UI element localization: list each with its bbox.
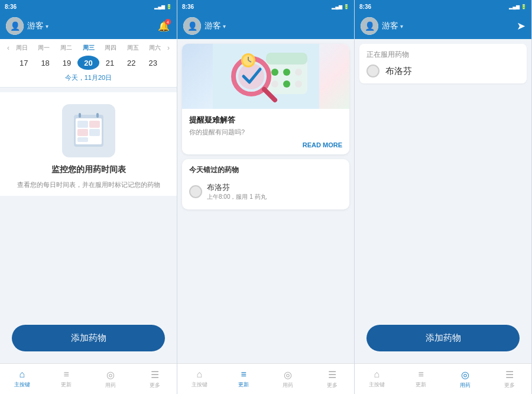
nav-home-1[interactable]: ⌂ 主按键 [0,367,44,391]
status-time-1: 8:36 [5,4,17,10]
current-med-item-0: 布洛芬 [366,64,520,77]
nav-meds-2[interactable]: ◎ 用药 [266,367,310,392]
avatar-1: 👤 [6,17,24,35]
header-user-1[interactable]: 游客 ▾ [27,21,48,31]
missed-med-item-0: 布洛芬 上午8:00，服用 1 药丸 [189,180,342,204]
svg-rect-7 [79,113,81,118]
main-illustration: 监控您的用药时间表 查看您的每日时间表，并在服用时标记记您的药物 [0,92,177,196]
nav-meds-1[interactable]: ◎ 用药 [89,367,133,392]
panel-3: 8:36 ▂▄▆ 🔋 👤 游客 ▾ ➤ 正在服用药物 布洛芬 添加药物 [355,0,532,394]
more-icon-3: ☰ [505,369,514,380]
week-num-1[interactable]: 18 [34,57,56,69]
send-icon-3[interactable]: ➤ [517,20,525,33]
status-icons-1: ▂▄▆ 🔋 [154,4,172,9]
med-detail-0: 上午8:00，服用 1 药丸 [207,193,267,201]
signal-icon-1: ▂▄▆ [154,4,165,9]
add-button-container-1: 添加药物 [0,319,177,363]
updates-icon-2: ≡ [241,369,246,380]
week-num-4[interactable]: 21 [99,57,121,69]
svg-rect-3 [89,121,100,128]
week-label-4: 周四 [99,44,122,52]
nav-more-3[interactable]: ☰ 更多 [487,367,531,392]
article-body: 提醒疑难解答 你的提醒有问题吗? READ MORE [182,109,349,154]
med-info-0: 布洛芬 上午8:00，服用 1 药丸 [207,182,267,201]
current-meds-section: 正在服用药物 布洛芬 [359,44,527,83]
signal-icon-2: ▂▄▆ [332,4,342,9]
nav-updates-1[interactable]: ≡ 更新 [44,367,89,391]
current-med-circle-0 [366,64,379,77]
more-icon-2: ☰ [328,369,336,380]
nav-more-2[interactable]: ☰ 更多 [310,367,354,392]
med-name-0: 布洛芬 [207,182,267,193]
panel-1: 8:36 ▂▄▆ 🔋 👤 游客 ▾ 🔔 4 ‹ 周日 周一 [0,0,177,394]
week-days: ‹ 周日 周一 周二 周三 周四 周五 周六 › [6,44,171,52]
add-button-container-3: 添加药物 [355,319,531,363]
bottom-nav-1: ⌂ 主按键 ≡ 更新 ◎ 用药 ☰ 更多 [0,363,177,394]
week-label-0: 周日 [11,44,33,52]
meds-icon-3: ◎ [461,369,469,380]
nav-updates-3[interactable]: ≡ 更新 [399,367,443,391]
svg-point-14 [295,69,302,76]
notif-badge-1: 4 [165,19,171,25]
header-user-2[interactable]: 游客 ▾ [205,21,226,31]
app-header-3: 👤 游客 ▾ ➤ [355,13,531,39]
article-svg [213,44,319,109]
header-user-3[interactable]: 游客 ▾ [382,21,403,31]
nav-label-updates-2: 更新 [238,381,249,389]
week-num-3-active[interactable]: 20 [77,56,99,70]
status-bar-3: 8:36 ▂▄▆ 🔋 [355,0,531,13]
nav-more-1[interactable]: ☰ 更多 [132,367,177,392]
header-right-3: ➤ [517,20,525,33]
panel-2: 8:36 ▂▄▆ 🔋 👤 游客 ▾ [177,0,355,394]
status-icons-2: ▂▄▆ 🔋 [332,4,349,9]
meds-icon-2: ◎ [284,369,292,380]
current-meds-title: 正在服用药物 [366,50,520,60]
status-icons-3: ▂▄▆ 🔋 [509,4,527,9]
add-medication-btn-3[interactable]: 添加药物 [366,325,520,351]
read-more-link[interactable]: READ MORE [189,141,342,148]
week-num-5[interactable]: 22 [121,57,142,69]
illus-title: 监控您的用药时间表 [51,164,126,175]
prev-week-btn[interactable]: ‹ [6,44,11,52]
nav-meds-3[interactable]: ◎ 用药 [443,367,488,392]
week-label-1: 周一 [33,44,56,52]
nav-home-2[interactable]: ⌂ 主按键 [177,367,222,391]
header-right-1: 🔔 4 [157,19,171,33]
week-label-6: 周六 [144,44,166,52]
article-card[interactable]: 提醒疑难解答 你的提醒有问题吗? READ MORE [182,44,349,154]
svg-point-12 [271,69,278,76]
app-header-2: 👤 游客 ▾ [177,13,354,39]
battery-icon-1: 🔋 [166,4,172,9]
bottom-nav-3: ⌂ 主按键 ≡ 更新 ◎ 用药 ☰ 更多 [355,363,531,394]
next-week-btn[interactable]: › [166,44,171,52]
svg-rect-5 [89,129,100,136]
nav-updates-2[interactable]: ≡ 更新 [222,367,266,391]
illus-desc: 查看您的每日时间表，并在服用时标记记您的药物 [17,180,160,190]
updates-icon-1: ≡ [63,369,69,380]
nav-label-home-1: 主按键 [14,381,30,389]
notification-icon-1[interactable]: 🔔 4 [157,19,171,33]
user-chevron-2: ▾ [223,23,226,30]
current-med-name-0: 布洛芬 [385,66,412,77]
status-bar-2: 8:36 ▂▄▆ 🔋 [177,0,354,13]
notebook-svg [68,110,109,151]
avatar-3: 👤 [361,17,378,35]
status-bar-1: 8:36 ▂▄▆ 🔋 [0,0,177,13]
nav-label-meds-1: 用药 [105,382,116,389]
missed-section: 今天错过的药物 布洛芬 上午8:00，服用 1 药丸 [182,159,349,209]
status-time-3: 8:36 [359,4,371,10]
week-num-6[interactable]: 23 [142,57,164,69]
meds-icon-1: ◎ [106,369,115,380]
nav-label-more-3: 更多 [504,382,515,389]
nav-label-updates-3: 更新 [416,381,426,389]
add-medication-btn-1[interactable]: 添加药物 [12,325,165,351]
avatar-2: 👤 [183,17,201,35]
nav-home-3[interactable]: ⌂ 主按键 [355,367,399,391]
nav-label-meds-3: 用药 [460,382,471,389]
content-3: 正在服用药物 布洛芬 [355,39,531,319]
week-num-2[interactable]: 19 [56,57,77,69]
week-num-0[interactable]: 17 [13,57,34,69]
svg-point-16 [283,80,290,88]
article-image [182,44,349,109]
nav-label-more-1: 更多 [150,382,160,389]
